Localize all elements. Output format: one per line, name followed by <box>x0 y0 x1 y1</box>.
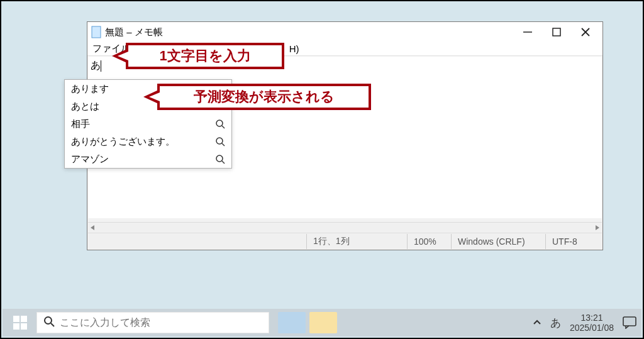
ime-item[interactable]: アマゾン <box>65 150 231 168</box>
statusbar: 1行、1列 100% Windows (CRLF) UTF-8 <box>88 234 602 249</box>
notepad-icon <box>91 26 101 38</box>
svg-point-11 <box>216 155 223 162</box>
svg-line-12 <box>222 161 225 164</box>
typed-text: あ <box>91 60 101 70</box>
ime-item-label: あとは <box>71 101 99 113</box>
callout-text: 1文字目を入力 <box>159 47 250 65</box>
tray-overflow-chevron-icon[interactable] <box>533 318 541 327</box>
clock-date: 2025/01/08 <box>570 323 614 333</box>
search-icon <box>43 316 55 330</box>
svg-line-8 <box>222 126 225 128</box>
status-line-ending: Windows (CRLF) <box>451 234 545 249</box>
svg-line-10 <box>222 143 225 146</box>
svg-marker-6 <box>596 225 599 230</box>
taskbar-clock[interactable]: 13:21 2025/01/08 <box>570 313 614 333</box>
ime-item-label: ありがとうございます。 <box>71 136 175 148</box>
svg-rect-2 <box>553 28 560 36</box>
system-tray: あ 13:21 2025/01/08 <box>533 313 636 333</box>
close-button[interactable] <box>571 22 600 42</box>
taskbar-search[interactable] <box>36 312 269 333</box>
svg-point-17 <box>45 317 52 324</box>
ime-item-label: あります <box>71 83 109 95</box>
notification-icon[interactable] <box>623 316 636 329</box>
scroll-right-arrow-icon[interactable] <box>594 225 601 231</box>
callout-tail-icon <box>112 48 128 64</box>
status-position: 1行、1列 <box>306 234 407 249</box>
svg-rect-15 <box>13 323 19 330</box>
ime-item-label: 相手 <box>71 118 90 130</box>
ime-item[interactable]: ありがとうございます。 <box>65 133 231 150</box>
text-cursor <box>101 60 101 72</box>
status-empty <box>88 234 306 249</box>
start-button[interactable] <box>8 310 33 335</box>
titlebar[interactable]: 無題 – メモ帳 <box>87 22 602 42</box>
svg-rect-16 <box>21 323 27 330</box>
callout-text: 予測変換が表示される <box>194 87 335 106</box>
svg-point-7 <box>216 120 223 126</box>
search-icon[interactable] <box>215 136 225 147</box>
annotation-callout-1: 1文字目を入力 <box>126 43 284 69</box>
taskbar-search-input[interactable] <box>60 317 262 328</box>
search-icon[interactable] <box>215 119 225 129</box>
horizontal-scrollbar[interactable] <box>88 222 602 233</box>
annotation-callout-2: 予測変換が表示される <box>157 84 371 110</box>
svg-rect-13 <box>13 316 19 322</box>
scroll-left-arrow-icon[interactable] <box>89 225 96 231</box>
screenshot-frame: 無題 – メモ帳 ファイル(F) x H) あ <box>0 0 644 339</box>
minimize-button[interactable] <box>513 22 542 42</box>
svg-rect-19 <box>623 317 636 326</box>
ime-item-label: アマゾン <box>71 153 109 165</box>
ime-indicator[interactable]: あ <box>550 316 561 330</box>
status-zoom: 100% <box>407 234 451 249</box>
svg-marker-5 <box>91 225 94 230</box>
taskbar: あ 13:21 2025/01/08 <box>3 309 641 336</box>
ime-item[interactable]: 相手 <box>65 115 231 133</box>
svg-point-9 <box>216 138 223 144</box>
taskbar-app-chip[interactable] <box>309 312 337 333</box>
clock-time: 13:21 <box>570 313 614 323</box>
svg-line-18 <box>51 323 54 326</box>
svg-rect-0 <box>92 26 101 38</box>
menu-help-fragment[interactable]: H) <box>289 43 299 54</box>
search-icon[interactable] <box>215 154 225 164</box>
status-encoding: UTF-8 <box>545 234 602 249</box>
callout-tail-icon <box>143 89 160 104</box>
maximize-button[interactable] <box>542 22 571 42</box>
window-title: 無題 – メモ帳 <box>105 26 163 38</box>
taskbar-app-chip[interactable] <box>278 312 306 333</box>
svg-rect-14 <box>21 316 27 322</box>
